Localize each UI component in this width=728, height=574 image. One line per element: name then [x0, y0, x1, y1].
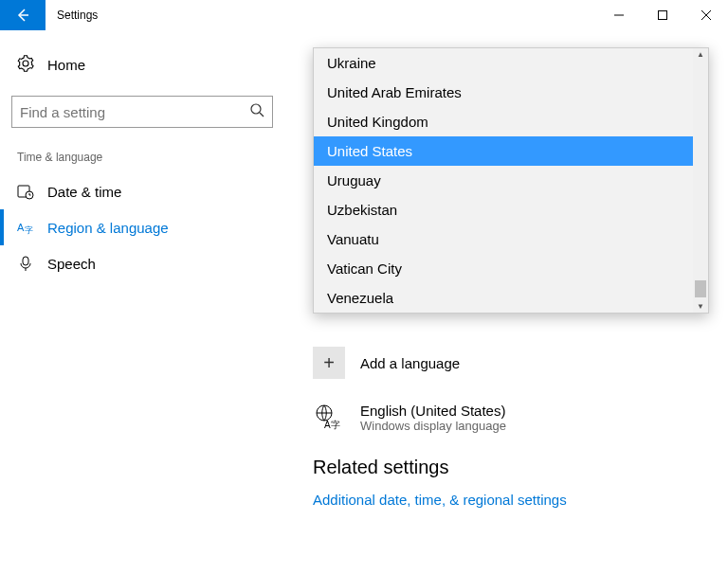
dropdown-option[interactable]: United Arab Emirates: [314, 78, 708, 107]
sidebar-item-region-language[interactable]: A字 Region & language: [11, 209, 273, 245]
search-input[interactable]: [20, 104, 249, 120]
sidebar-item-label: Date & time: [47, 184, 121, 200]
country-region-dropdown[interactable]: UkraineUnited Arab EmiratesUnited Kingdo…: [313, 47, 709, 314]
dropdown-option[interactable]: Uzbekistan: [314, 195, 708, 224]
close-icon: [701, 10, 711, 20]
home-label: Home: [47, 57, 85, 73]
titlebar: Settings: [0, 0, 728, 30]
svg-rect-10: [23, 257, 28, 265]
search-box[interactable]: [11, 96, 273, 128]
dropdown-option[interactable]: Vatican City: [314, 254, 708, 283]
language-name: English (United States): [360, 403, 506, 419]
sidebar-item-date-time[interactable]: Date & time: [11, 173, 273, 209]
language-item[interactable]: A字 English (United States) Windows displ…: [313, 398, 705, 457]
main-body: + Add a language A字 English (United Stat…: [313, 343, 705, 508]
minimize-button[interactable]: [597, 0, 641, 30]
add-language-button[interactable]: + Add a language: [313, 343, 705, 398]
svg-text:A: A: [17, 222, 25, 233]
sidebar: Home Time & language Date & time A字 Regi…: [0, 30, 284, 574]
search-icon: [249, 102, 264, 121]
main-panel: + Add a language A字 English (United Stat…: [284, 30, 728, 574]
add-language-label: Add a language: [360, 355, 460, 371]
svg-text:A字: A字: [324, 420, 340, 430]
plus-icon: +: [313, 347, 345, 379]
content-area: Home Time & language Date & time A字 Regi…: [0, 30, 728, 574]
scroll-up-icon[interactable]: ▲: [697, 50, 704, 59]
svg-point-4: [251, 104, 261, 114]
svg-rect-1: [659, 11, 667, 20]
dropdown-scrollbar-thumb[interactable]: [695, 280, 706, 297]
minimize-icon: [614, 10, 624, 20]
close-button[interactable]: [684, 0, 728, 30]
sidebar-item-label: Speech: [47, 256, 96, 272]
dropdown-option[interactable]: Ukraine: [314, 48, 708, 78]
sidebar-item-label: Region & language: [47, 220, 169, 236]
microphone-icon: [17, 255, 34, 272]
dropdown-scrollbar-track[interactable]: ▲ ▼: [693, 48, 708, 313]
scroll-down-icon[interactable]: ▼: [697, 302, 704, 311]
svg-line-5: [260, 113, 264, 117]
language-globe-icon: A字: [313, 402, 345, 434]
maximize-button[interactable]: [641, 0, 684, 30]
maximize-icon: [658, 10, 667, 20]
svg-text:字: 字: [25, 225, 33, 235]
sidebar-section-label: Time & language: [11, 151, 273, 173]
dropdown-option[interactable]: Uruguay: [314, 166, 708, 195]
arrow-left-icon: [15, 8, 30, 23]
language-text: English (United States) Windows display …: [360, 403, 506, 433]
clock-calendar-icon: [17, 183, 34, 200]
language-subtitle: Windows display language: [360, 419, 506, 433]
dropdown-option[interactable]: United States: [314, 136, 708, 166]
dropdown-option[interactable]: United Kingdom: [314, 107, 708, 136]
home-button[interactable]: Home: [11, 49, 273, 88]
related-settings-heading: Related settings: [313, 457, 705, 478]
window-title: Settings: [46, 0, 109, 30]
language-icon: A字: [17, 219, 34, 236]
dropdown-option[interactable]: Venezuela: [314, 283, 708, 313]
dropdown-option[interactable]: Vanuatu: [314, 224, 708, 254]
gear-icon: [17, 55, 34, 75]
sidebar-item-speech[interactable]: Speech: [11, 245, 273, 281]
titlebar-spacer: [109, 0, 597, 30]
back-button[interactable]: [0, 0, 46, 30]
additional-settings-link[interactable]: Additional date, time, & regional settin…: [313, 492, 705, 508]
